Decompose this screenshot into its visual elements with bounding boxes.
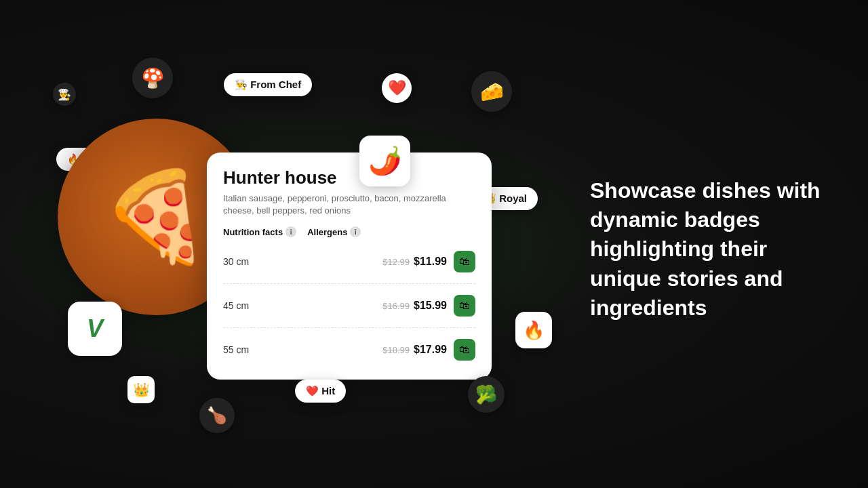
drumstick-icon: 🍗	[199, 398, 235, 433]
cart-icon-55: 🛍	[459, 344, 470, 356]
size-55: 55 cm	[223, 344, 257, 355]
size-row-45: 45 cm $16.99 $15.99 🛍	[223, 291, 475, 321]
pizza-title: Hunter house	[223, 167, 475, 188]
tagline-section: Showcase dishes with dynamic badges high…	[590, 176, 834, 323]
add-to-cart-30[interactable]: 🛍	[454, 251, 475, 272]
add-to-cart-45[interactable]: 🛍	[454, 295, 475, 317]
add-to-cart-55[interactable]: 🛍	[454, 339, 475, 361]
from-chef-label: 👨‍🍳 From Chef	[235, 79, 301, 91]
size-45: 45 cm	[223, 300, 257, 311]
heart-icon: ❤️	[382, 73, 412, 103]
size-row-55: 55 cm $18.99 $17.99 🛍	[223, 335, 475, 365]
old-price-45: $16.99	[382, 301, 410, 311]
vegan-symbol: V	[87, 314, 103, 343]
mushroom-icon: 🍄	[132, 58, 173, 98]
hit-badge[interactable]: ❤️ Hit	[295, 380, 346, 403]
tagline-text: Showcase dishes with dynamic badges high…	[590, 176, 834, 323]
size-row-30: 30 cm $12.99 $11.99 🛍	[223, 247, 475, 277]
cart-icon-45: 🛍	[459, 300, 470, 312]
allergens-info-icon[interactable]: i	[350, 226, 361, 237]
new-price-30: $11.99	[414, 256, 447, 268]
cart-icon-30: 🛍	[459, 256, 470, 268]
hit-label: ❤️ Hit	[306, 385, 335, 397]
pizza-card: Hunter house Italian sausage, pepperoni,…	[207, 152, 492, 380]
new-price-55: $17.99	[414, 344, 447, 356]
old-price-30: $12.99	[382, 257, 410, 267]
crown-small-icon: 👑	[127, 376, 155, 403]
old-price-55: $18.99	[382, 345, 410, 355]
pizza-description: Italian sausage, pepperoni, prosciutto, …	[223, 192, 475, 217]
new-price-45: $15.99	[414, 300, 447, 312]
vegan-badge: V	[68, 302, 122, 356]
herb-icon: 🥦	[468, 376, 505, 413]
size-30: 30 cm	[223, 256, 257, 267]
size-rows: 30 cm $12.99 $11.99 🛍 45 cm $16.99 $15.9…	[223, 247, 475, 365]
fire-badge: 🔥	[515, 312, 552, 348]
nutrition-info-icon[interactable]: i	[285, 226, 296, 237]
nutrition-allergens-row: Nutrition facts i Allergens i	[223, 226, 475, 237]
from-chef-badge[interactable]: 👨‍🍳 From Chef	[224, 73, 312, 96]
cheese-icon: 🧀	[471, 71, 512, 112]
allergens-label[interactable]: Allergens i	[307, 226, 361, 237]
chef-icon-small: 👨‍🍳	[53, 83, 76, 106]
nutrition-facts-label[interactable]: Nutrition facts i	[223, 226, 296, 237]
chili-icon: 🌶️	[359, 136, 410, 186]
